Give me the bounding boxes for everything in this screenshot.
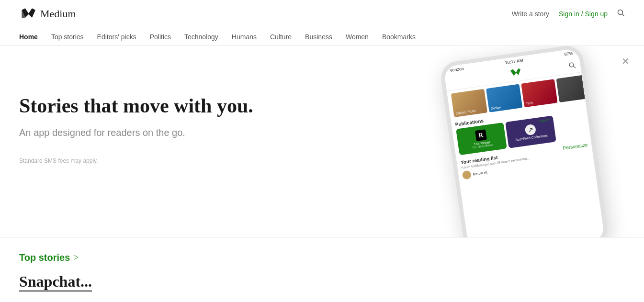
phone-spacer (451, 81, 462, 82)
hero-content: Stories that move with you. An app desig… (19, 75, 287, 164)
phone-carrier: Verizon (449, 66, 464, 73)
sms-note: Standard SMS fees may apply. (19, 157, 287, 164)
phone-outer: Verizon 10:17 AM 97% (439, 46, 610, 237)
phone-time: 10:17 AM (505, 58, 523, 65)
hero-section: ✕ Stories that move with you. An app des… (0, 46, 644, 237)
nav-item-bookmarks[interactable]: Bookmarks (382, 33, 416, 41)
phone-cat-design-label: Design (490, 105, 501, 110)
nav-item-humans[interactable]: Humans (232, 33, 257, 41)
phone-battery: 97% (564, 51, 573, 56)
bottom-section: Top stories > Snapchat... (0, 237, 644, 301)
phone-cat-editors-label: Editors' Picks (455, 109, 475, 115)
phone-cat-editors: Editors' Picks (451, 89, 487, 117)
top-stories-arrow-icon[interactable]: > (74, 253, 79, 263)
top-stories-label[interactable]: Top stories (19, 252, 70, 263)
phone-cat-extra (556, 74, 586, 102)
nav-item-women[interactable]: Women (346, 33, 369, 41)
top-stories-heading: Top stories > (19, 252, 625, 263)
phone-cat-tech-label: Tech (526, 101, 533, 105)
phone-medium-logo-icon (509, 67, 522, 80)
phone-explore-label: Explore (539, 118, 550, 123)
phone-search-icon (568, 62, 576, 69)
close-button[interactable]: ✕ (621, 56, 630, 67)
header: Medium Write a story Sign in / Sign up (0, 0, 644, 28)
nav-item-business[interactable]: Business (305, 33, 332, 41)
nav-item-top-stories[interactable]: Top stories (51, 33, 84, 41)
phone-screen: Verizon 10:17 AM 97% (443, 48, 605, 237)
nav-item-editors-picks[interactable]: Editors' picks (97, 33, 136, 41)
nav-item-home[interactable]: Home (19, 33, 38, 41)
svg-line-5 (573, 66, 575, 68)
write-story-link[interactable]: Write a story (512, 10, 549, 18)
search-icon (617, 9, 625, 17)
search-button[interactable] (617, 9, 625, 19)
header-right: Write a story Sign in / Sign up (512, 9, 625, 19)
main-nav: Home Top stories Editors' picks Politics… (0, 28, 644, 46)
nav-item-technology[interactable]: Technology (184, 33, 218, 41)
header-left: Medium (19, 6, 76, 22)
phone-reading-text: Marcin W... (473, 170, 490, 176)
nav-item-politics[interactable]: Politics (150, 33, 171, 41)
hero-subtitle: An app designed for readers on the go. (19, 127, 287, 138)
phone-cat-tech: Tech (521, 79, 557, 107)
ringer-icon: R (475, 129, 487, 141)
logo-text: Medium (40, 8, 76, 20)
medium-logo-icon (19, 6, 35, 22)
svg-point-4 (569, 63, 574, 67)
nav-item-culture[interactable]: Culture (270, 33, 292, 41)
phone-cat-design: Design (486, 84, 522, 112)
phone-mockup: Verizon 10:17 AM 97% (433, 56, 615, 237)
article-title: Snapchat... (19, 273, 92, 291)
buzzfeed-icon: ↗ (524, 124, 536, 136)
phone-avatar (462, 170, 472, 179)
hero-title: Stories that move with you. (19, 94, 287, 118)
sign-in-up-link[interactable]: Sign in / Sign up (559, 10, 608, 18)
svg-line-2 (622, 14, 624, 16)
